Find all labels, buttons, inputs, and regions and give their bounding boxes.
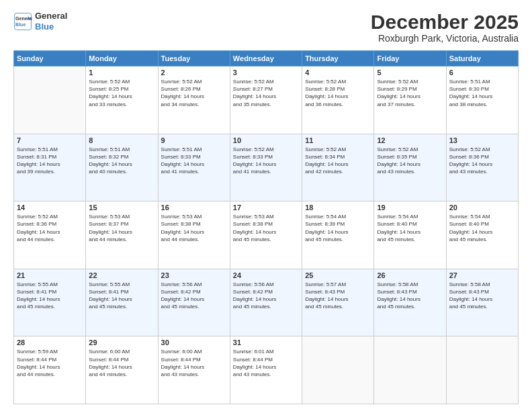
table-cell: 2Sunrise: 5:52 AM Sunset: 8:26 PM Daylig… — [158, 66, 230, 134]
day-info: Sunrise: 6:00 AM Sunset: 8:44 PM Dayligh… — [161, 348, 227, 378]
day-number: 22 — [89, 271, 154, 279]
table-cell: 11Sunrise: 5:52 AM Sunset: 8:34 PM Dayli… — [302, 134, 374, 201]
day-number: 11 — [305, 136, 371, 144]
header-tuesday: Tuesday — [158, 51, 230, 66]
day-info: Sunrise: 5:51 AM Sunset: 8:32 PM Dayligh… — [89, 146, 154, 176]
day-info: Sunrise: 5:54 AM Sunset: 8:40 PM Dayligh… — [449, 213, 515, 243]
table-cell: 5Sunrise: 5:52 AM Sunset: 8:29 PM Daylig… — [374, 66, 446, 134]
week-row-3: 14Sunrise: 5:52 AM Sunset: 8:36 PM Dayli… — [14, 201, 519, 269]
day-info: Sunrise: 5:53 AM Sunset: 8:37 PM Dayligh… — [89, 213, 154, 243]
week-row-5: 28Sunrise: 5:59 AM Sunset: 8:44 PM Dayli… — [14, 336, 519, 404]
day-number: 23 — [161, 271, 227, 279]
day-info: Sunrise: 5:56 AM Sunset: 8:42 PM Dayligh… — [233, 281, 299, 311]
table-cell: 6Sunrise: 5:51 AM Sunset: 8:30 PM Daylig… — [446, 66, 518, 134]
day-info: Sunrise: 5:53 AM Sunset: 8:38 PM Dayligh… — [233, 213, 299, 243]
day-info: Sunrise: 5:57 AM Sunset: 8:43 PM Dayligh… — [305, 281, 371, 311]
day-number: 8 — [89, 136, 154, 144]
day-number: 2 — [161, 68, 227, 77]
svg-text:Blue: Blue — [15, 22, 26, 27]
day-number: 24 — [233, 271, 299, 279]
header-friday: Friday — [374, 51, 446, 66]
day-number: 27 — [449, 271, 515, 279]
day-number: 4 — [305, 68, 371, 77]
day-number: 1 — [89, 68, 154, 77]
logo: General Blue General Blue — [13, 11, 67, 32]
svg-rect-0 — [15, 13, 32, 30]
day-info: Sunrise: 5:58 AM Sunset: 8:43 PM Dayligh… — [377, 281, 443, 311]
week-row-1: 1Sunrise: 5:52 AM Sunset: 8:25 PM Daylig… — [14, 66, 519, 134]
day-number: 7 — [17, 136, 83, 144]
day-info: Sunrise: 5:59 AM Sunset: 8:44 PM Dayligh… — [17, 348, 83, 378]
table-cell: 3Sunrise: 5:52 AM Sunset: 8:27 PM Daylig… — [230, 66, 302, 134]
table-cell: 21Sunrise: 5:55 AM Sunset: 8:41 PM Dayli… — [14, 269, 86, 336]
week-row-2: 7Sunrise: 5:51 AM Sunset: 8:31 PM Daylig… — [14, 134, 519, 201]
table-cell: 15Sunrise: 5:53 AM Sunset: 8:37 PM Dayli… — [86, 201, 158, 269]
table-cell: 13Sunrise: 5:52 AM Sunset: 8:36 PM Dayli… — [446, 134, 518, 201]
table-cell: 26Sunrise: 5:58 AM Sunset: 8:43 PM Dayli… — [374, 269, 446, 336]
day-info: Sunrise: 5:53 AM Sunset: 8:38 PM Dayligh… — [161, 213, 227, 243]
day-number: 19 — [377, 203, 443, 212]
table-cell: 10Sunrise: 5:52 AM Sunset: 8:33 PM Dayli… — [230, 134, 302, 201]
table-cell — [374, 336, 446, 404]
table-cell — [14, 66, 86, 134]
table-cell: 22Sunrise: 5:55 AM Sunset: 8:41 PM Dayli… — [86, 269, 158, 336]
table-cell: 16Sunrise: 5:53 AM Sunset: 8:38 PM Dayli… — [158, 201, 230, 269]
title-area: December 2025 Roxburgh Park, Victoria, A… — [371, 11, 519, 44]
week-row-4: 21Sunrise: 5:55 AM Sunset: 8:41 PM Dayli… — [14, 269, 519, 336]
calendar-table: Sunday Monday Tuesday Wednesday Thursday… — [13, 50, 519, 404]
day-info: Sunrise: 5:52 AM Sunset: 8:36 PM Dayligh… — [449, 146, 515, 176]
day-number: 10 — [233, 136, 299, 144]
day-number: 6 — [449, 68, 515, 77]
day-number: 21 — [17, 271, 83, 279]
day-info: Sunrise: 5:52 AM Sunset: 8:25 PM Dayligh… — [89, 78, 154, 108]
table-cell: 18Sunrise: 5:54 AM Sunset: 8:39 PM Dayli… — [302, 201, 374, 269]
day-info: Sunrise: 5:52 AM Sunset: 8:36 PM Dayligh… — [17, 213, 83, 243]
table-cell: 8Sunrise: 5:51 AM Sunset: 8:32 PM Daylig… — [86, 134, 158, 201]
table-cell: 12Sunrise: 5:52 AM Sunset: 8:35 PM Dayli… — [374, 134, 446, 201]
table-cell: 7Sunrise: 5:51 AM Sunset: 8:31 PM Daylig… — [14, 134, 86, 201]
table-cell: 30Sunrise: 6:00 AM Sunset: 8:44 PM Dayli… — [158, 336, 230, 404]
header-monday: Monday — [86, 51, 158, 66]
day-info: Sunrise: 5:51 AM Sunset: 8:30 PM Dayligh… — [449, 78, 515, 108]
day-info: Sunrise: 5:52 AM Sunset: 8:27 PM Dayligh… — [233, 78, 299, 108]
day-number: 14 — [17, 203, 83, 212]
table-cell: 27Sunrise: 5:58 AM Sunset: 8:43 PM Dayli… — [446, 269, 518, 336]
day-number: 31 — [233, 338, 299, 347]
table-cell: 23Sunrise: 5:56 AM Sunset: 8:42 PM Dayli… — [158, 269, 230, 336]
day-info: Sunrise: 6:00 AM Sunset: 8:44 PM Dayligh… — [89, 348, 154, 378]
day-number: 3 — [233, 68, 299, 77]
table-cell: 14Sunrise: 5:52 AM Sunset: 8:36 PM Dayli… — [14, 201, 86, 269]
day-info: Sunrise: 5:52 AM Sunset: 8:29 PM Dayligh… — [377, 78, 443, 108]
day-number: 9 — [161, 136, 227, 144]
day-number: 29 — [89, 338, 154, 347]
day-info: Sunrise: 5:51 AM Sunset: 8:31 PM Dayligh… — [17, 146, 83, 176]
table-cell: 25Sunrise: 5:57 AM Sunset: 8:43 PM Dayli… — [302, 269, 374, 336]
subtitle: Roxburgh Park, Victoria, Australia — [371, 33, 519, 44]
header-wednesday: Wednesday — [230, 51, 302, 66]
logo-text-blue: Blue — [35, 21, 67, 32]
day-info: Sunrise: 5:58 AM Sunset: 8:43 PM Dayligh… — [449, 281, 515, 311]
table-cell: 19Sunrise: 5:54 AM Sunset: 8:40 PM Dayli… — [374, 201, 446, 269]
day-number: 18 — [305, 203, 371, 212]
day-number: 5 — [377, 68, 443, 77]
day-number: 30 — [161, 338, 227, 347]
day-info: Sunrise: 5:52 AM Sunset: 8:35 PM Dayligh… — [377, 146, 443, 176]
header-sunday: Sunday — [14, 51, 86, 66]
table-cell: 28Sunrise: 5:59 AM Sunset: 8:44 PM Dayli… — [14, 336, 86, 404]
day-info: Sunrise: 5:52 AM Sunset: 8:33 PM Dayligh… — [233, 146, 299, 176]
table-cell: 20Sunrise: 5:54 AM Sunset: 8:40 PM Dayli… — [446, 201, 518, 269]
day-info: Sunrise: 5:52 AM Sunset: 8:28 PM Dayligh… — [305, 78, 371, 108]
day-number: 16 — [161, 203, 227, 212]
day-number: 13 — [449, 136, 515, 144]
day-number: 15 — [89, 203, 154, 212]
header-saturday: Saturday — [446, 51, 518, 66]
header-thursday: Thursday — [302, 51, 374, 66]
day-info: Sunrise: 5:52 AM Sunset: 8:26 PM Dayligh… — [161, 78, 227, 108]
table-cell — [446, 336, 518, 404]
table-cell: 31Sunrise: 6:01 AM Sunset: 8:44 PM Dayli… — [230, 336, 302, 404]
page: General Blue General Blue December 2025 … — [0, 0, 532, 411]
table-cell: 24Sunrise: 5:56 AM Sunset: 8:42 PM Dayli… — [230, 269, 302, 336]
logo-text-general: General — [35, 11, 67, 21]
day-info: Sunrise: 5:55 AM Sunset: 8:41 PM Dayligh… — [89, 281, 154, 311]
header: General Blue General Blue December 2025 … — [13, 11, 519, 44]
